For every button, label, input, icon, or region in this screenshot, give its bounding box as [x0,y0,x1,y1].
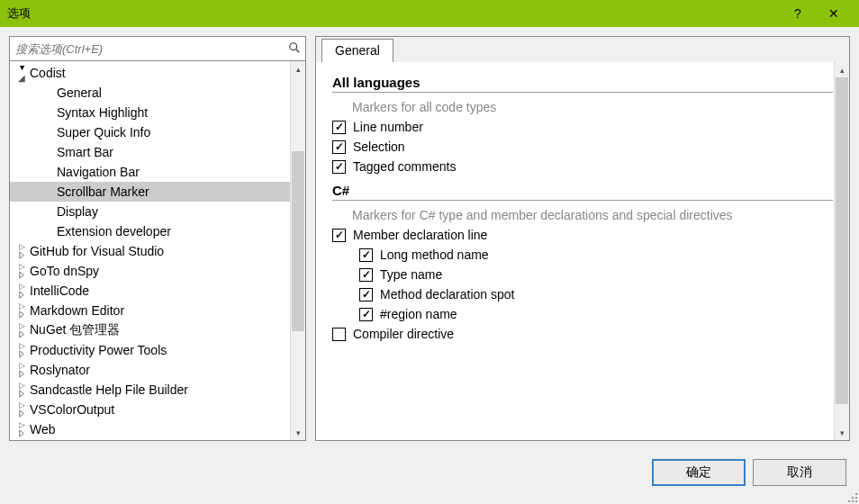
checkbox[interactable] [359,288,373,302]
tree-item[interactable]: IntelliCode [10,281,305,301]
checkbox-label: Method declaration spot [380,287,514,302]
resize-grip[interactable] [845,490,857,502]
tree-toggle-icon[interactable] [15,340,28,360]
tab-general[interactable]: General [321,39,393,62]
tree-item[interactable]: Syntax Highlight [10,103,305,122]
tree-item-label: Sandcastle Help File Builder [28,382,188,397]
tree-toggle-icon[interactable] [15,320,28,340]
checkbox-row[interactable]: Method declaration spot [359,287,833,302]
scroll-down-icon[interactable]: ▾ [291,425,305,440]
tree-toggle-icon[interactable] [15,261,28,281]
tree-item[interactable]: ◢Codist [10,63,305,83]
checkbox[interactable] [332,229,346,242]
tree-item-label: GitHub for Visual Studio [28,244,164,258]
tree-item-label: Scrollbar Marker [55,184,149,199]
tree-item[interactable]: Smart Bar [10,142,305,162]
checkbox-label: Long method name [380,248,489,262]
scroll-up-icon[interactable]: ▴ [835,62,849,77]
checkbox[interactable] [359,248,373,262]
checkbox-row[interactable]: Selection [332,140,833,154]
tree-toggle-icon[interactable] [15,360,28,380]
help-button[interactable]: ? [780,0,816,27]
checkbox-label: #region name [380,307,457,321]
tree-item-label: Navigation Bar [55,165,140,179]
tree-toggle-icon[interactable] [15,281,28,301]
tree-item[interactable]: Sandcastle Help File Builder [10,380,305,400]
window-title: 选项 [7,5,780,22]
checkbox-label: Compiler directive [353,327,454,341]
search-box[interactable] [9,36,306,61]
checkbox-label: Member declaration line [353,228,487,242]
tree-item[interactable]: Productivity Power Tools [10,340,305,360]
tree-item[interactable]: GitHub for Visual Studio [10,241,305,261]
tree-item-label: Super Quick Info [55,125,150,140]
titlebar: 选项 ? ✕ [0,0,859,27]
tree-item[interactable]: Roslynator [10,360,305,380]
tree-item-label: NuGet 包管理器 [28,322,120,338]
scroll-thumb[interactable] [292,151,304,331]
checkbox[interactable] [359,308,373,321]
cancel-button[interactable]: 取消 [753,459,846,486]
tree-toggle-icon[interactable] [15,419,28,439]
checkbox-row[interactable]: Line number [332,120,833,134]
ok-button[interactable]: 确定 [652,459,746,486]
tree-item[interactable]: Extension developer [10,221,305,241]
tree-toggle-icon[interactable] [15,241,28,261]
button-bar: 确定 取消 [0,450,859,495]
tree-item-label: GoTo dnSpy [28,264,99,278]
svg-point-0 [290,42,297,50]
tree-item-label: Web [28,422,56,436]
tree-item[interactable]: Super Quick Info [10,122,305,142]
checkbox-row[interactable]: Tagged comments [332,159,833,174]
scroll-up-icon[interactable]: ▴ [291,61,305,76]
tab-strip: General [316,37,849,62]
tree-item[interactable]: Display [10,202,305,221]
section-csharp-desc: Markers for C# type and member declarati… [352,208,833,222]
checkbox[interactable] [359,268,373,282]
tree-item-label: Codist [28,66,66,80]
checkbox[interactable] [332,328,346,341]
tree-item[interactable]: Markdown Editor [10,301,305,320]
checkbox[interactable] [332,160,346,174]
tree-toggle-icon[interactable] [15,301,28,320]
tree-item-label: Display [55,204,98,219]
checkbox-label: Tagged comments [353,159,456,174]
tree-item-label: Markdown Editor [28,303,124,318]
tree-toggle-icon[interactable] [15,400,28,419]
checkbox[interactable] [332,121,346,134]
svg-line-1 [296,49,300,52]
tree-toggle-icon[interactable] [15,380,28,400]
checkbox-label: Line number [353,120,423,134]
tree-item[interactable]: GoTo dnSpy [10,261,305,281]
tab-content: All languages Markers for all code types… [316,62,849,440]
tree-toggle-icon[interactable]: ◢ [15,63,28,83]
checkbox-row[interactable]: Member declaration line [332,228,833,242]
checkbox-row[interactable]: Long method name [359,248,833,262]
tree-scrollbar[interactable]: ▴ ▾ [290,61,305,440]
tree-item-label: Syntax Highlight [55,105,148,120]
section-all-languages-title: All languages [332,75,833,93]
scroll-down-icon[interactable]: ▾ [835,425,849,440]
tree-item[interactable]: VSColorOutput [10,400,305,419]
tree-item-label: Roslynator [28,363,90,377]
tree-item-label: Smart Bar [55,145,113,159]
tree-item[interactable]: NuGet 包管理器 [10,320,305,340]
options-tree[interactable]: ◢CodistGeneralSyntax HighlightSuper Quic… [9,61,306,441]
tree-item[interactable]: General [10,83,305,103]
checkbox-row[interactable]: #region name [359,307,833,321]
search-input[interactable] [10,42,284,56]
tree-item-label: IntelliCode [28,284,89,298]
tree-item[interactable]: Scrollbar Marker [10,182,305,202]
checkbox[interactable] [332,140,346,154]
close-button[interactable]: ✕ [816,0,852,27]
tree-item[interactable]: Web [10,419,305,439]
tree-item[interactable]: Navigation Bar [10,162,305,182]
section-all-languages-desc: Markers for all code types [352,100,833,114]
checkbox-label: Type name [380,267,442,282]
scroll-thumb[interactable] [836,77,848,404]
content-scrollbar[interactable]: ▴ ▾ [834,62,849,440]
checkbox-row[interactable]: Compiler directive [332,327,833,341]
tree-item-label: General [55,86,102,100]
search-icon [284,41,305,57]
checkbox-row[interactable]: Type name [359,267,833,282]
